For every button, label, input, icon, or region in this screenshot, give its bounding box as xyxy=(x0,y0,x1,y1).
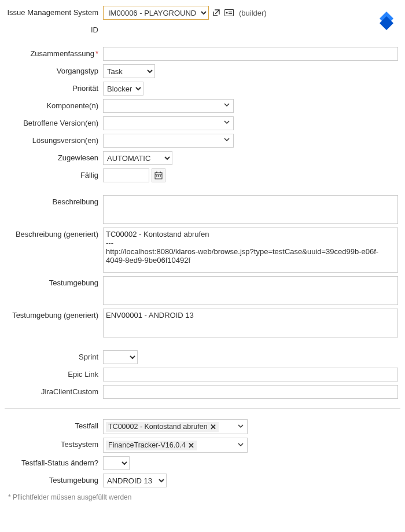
id-label: ID xyxy=(5,23,103,34)
ims-label: Issue Management System xyxy=(5,6,103,17)
testcase-status-label: Testfall-Status ändern? xyxy=(5,456,103,467)
card-icon[interactable] xyxy=(224,8,234,18)
description-textarea[interactable] xyxy=(103,195,398,224)
testcase-label: Testfall xyxy=(5,419,103,430)
priority-label: Priorität xyxy=(5,82,103,93)
testsystem-select[interactable]: FinanceTracker-V16.0.4 ✕ xyxy=(103,438,248,453)
issuetype-label: Vorgangstyp xyxy=(5,64,103,75)
components-label: Komponente(n) xyxy=(5,99,103,110)
priority-select[interactable]: Blocker xyxy=(103,82,143,96)
ims-select[interactable]: IM00006 - PLAYGROUND xyxy=(103,6,209,20)
builder-note: (builder) xyxy=(239,9,267,17)
svg-rect-11 xyxy=(158,175,159,177)
assignee-label: Zugewiesen xyxy=(5,151,103,162)
section-divider xyxy=(5,408,400,409)
components-select[interactable] xyxy=(103,99,234,113)
assignee-select[interactable]: AUTOMATIC xyxy=(103,151,172,165)
testenv2-select[interactable]: ANDROID 13 xyxy=(103,474,167,487)
remove-tag-icon[interactable]: ✕ xyxy=(188,441,194,450)
calendar-icon xyxy=(154,171,163,179)
description-gen-textarea[interactable] xyxy=(103,228,398,273)
epic-link-input[interactable] xyxy=(103,368,398,381)
testcase-status-select[interactable] xyxy=(103,456,130,470)
testcase-tag-label: TC00002 - Kontostand abrufen xyxy=(108,423,208,431)
affected-versions-label: Betroffene Version(en) xyxy=(5,116,103,127)
svg-point-3 xyxy=(226,12,227,13)
fix-versions-select[interactable] xyxy=(103,134,234,148)
chevron-down-icon xyxy=(224,137,230,142)
testsystem-tag: FinanceTracker-V16.0.4 ✕ xyxy=(106,441,197,450)
testcase-select[interactable]: TC00002 - Kontostand abrufen ✕ xyxy=(103,419,248,434)
testenv-label: Testumgebung xyxy=(5,276,103,287)
chevron-down-icon xyxy=(238,442,244,447)
due-label: Fällig xyxy=(5,168,103,179)
sprint-select[interactable] xyxy=(103,350,138,364)
testsystem-tag-label: FinanceTracker-V16.0.4 xyxy=(108,441,186,449)
summary-input[interactable] xyxy=(103,47,398,61)
chevron-down-icon xyxy=(224,102,230,108)
issuetype-select[interactable]: Task xyxy=(103,64,155,78)
testcase-tag: TC00002 - Kontostand abrufen ✕ xyxy=(106,422,219,432)
svg-rect-12 xyxy=(160,175,161,177)
jiraclientcustom-input[interactable] xyxy=(103,385,398,399)
calendar-button[interactable] xyxy=(152,168,165,182)
epic-label: Epic Link xyxy=(5,368,103,379)
testenv2-label: Testumgebung xyxy=(5,474,103,485)
jiraclientcustom-label: JiraClientCustom xyxy=(5,385,103,396)
testenv-gen-label: Testumgebung (generiert) xyxy=(5,309,103,320)
svg-rect-5 xyxy=(229,13,232,14)
affected-versions-select[interactable] xyxy=(103,116,234,130)
chevron-down-icon xyxy=(238,423,244,429)
jira-logo xyxy=(376,10,397,31)
summary-label: Zusammenfassung* xyxy=(5,47,103,58)
svg-rect-4 xyxy=(229,12,232,12)
fix-versions-label: Lösungsversion(en) xyxy=(5,134,103,145)
due-date-input[interactable] xyxy=(103,168,149,182)
testenv-textarea[interactable] xyxy=(103,276,398,305)
remove-tag-icon[interactable]: ✕ xyxy=(210,423,216,431)
testsystem-label: Testsystem xyxy=(5,438,103,449)
chevron-down-icon xyxy=(224,119,230,125)
testenv-gen-textarea[interactable] xyxy=(103,309,398,337)
required-fields-note: * Pflichtfelder müssen ausgefüllt werden xyxy=(8,493,400,501)
description-label: Beschreibung xyxy=(5,195,103,206)
external-link-icon[interactable] xyxy=(211,8,222,18)
description-gen-label: Beschreibung (generiert) xyxy=(5,228,103,239)
svg-rect-10 xyxy=(156,175,157,177)
sprint-label: Sprint xyxy=(5,350,103,361)
